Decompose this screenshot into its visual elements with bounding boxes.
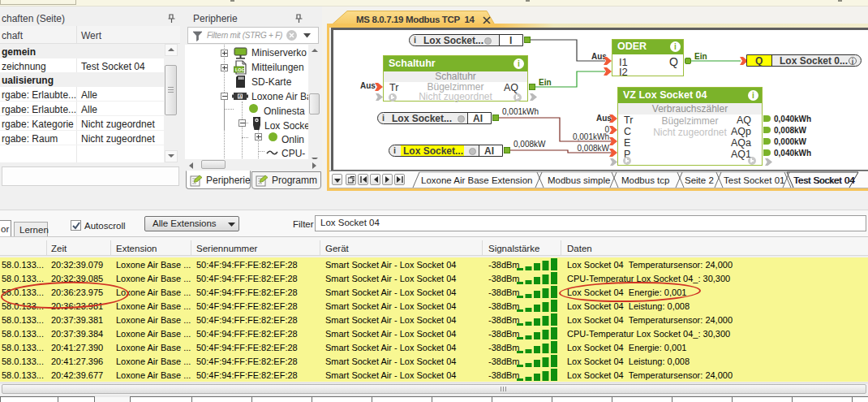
svg-text:LOG: LOG xyxy=(235,67,245,72)
svg-text:A: A xyxy=(239,95,243,99)
